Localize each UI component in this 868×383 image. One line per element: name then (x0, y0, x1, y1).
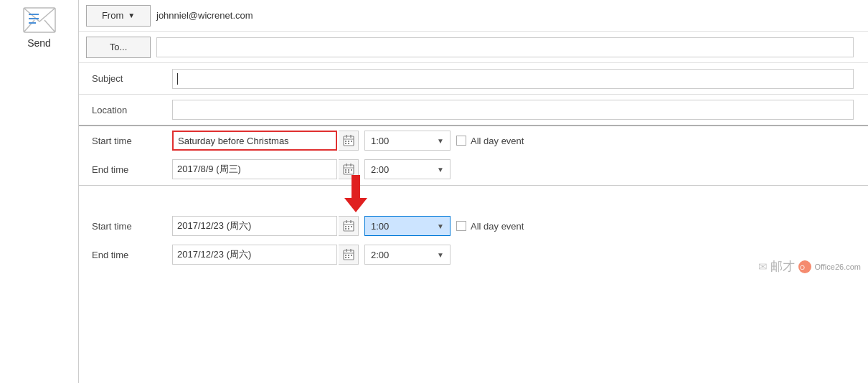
end-cal-icon-2[interactable] (339, 245, 359, 265)
all-day-checkbox-1[interactable] (456, 136, 466, 146)
send-panel: Send (0, 0, 79, 383)
start-cal-icon-1[interactable] (339, 131, 359, 151)
end-date-input-2[interactable]: 2017/12/23 (周六) (172, 245, 337, 265)
location-label: Location (86, 105, 172, 115)
svg-rect-12 (351, 141, 352, 142)
bottom-datetime-section: Start time 2017/12/23 (周六) (79, 186, 868, 269)
svg-rect-13 (345, 143, 346, 144)
start-date-value-2: 2017/12/23 (周六) (177, 219, 251, 232)
end-time-label-2: End time (86, 250, 172, 260)
arrow-head (344, 198, 367, 212)
end-time-value-1: 2:00 (371, 164, 389, 175)
all-day-container-1: All day event (456, 136, 524, 146)
svg-rect-19 (345, 169, 346, 171)
watermark-site: Office26.com (814, 263, 861, 271)
svg-rect-21 (351, 169, 352, 171)
svg-rect-31 (345, 228, 346, 230)
start-time-select-1[interactable]: 1:00 ▼ (364, 131, 450, 151)
end-date-value-2: 2017/12/23 (周六) (177, 248, 251, 261)
svg-rect-10 (345, 141, 346, 142)
start-date-input-2[interactable]: 2017/12/23 (周六) (172, 216, 337, 236)
subject-row: Subject (79, 63, 868, 95)
svg-rect-28 (345, 226, 346, 227)
svg-rect-40 (345, 257, 346, 258)
svg-rect-20 (348, 169, 349, 171)
down-arrow (344, 175, 367, 212)
location-row: Location (79, 95, 868, 126)
watermark-logo-group: O Office26.com (798, 260, 861, 274)
end-time-row-1: End time 2017/8/9 (周三) (79, 155, 868, 184)
arrow-shaft (352, 175, 360, 198)
location-input[interactable] (172, 100, 854, 120)
start-time-caret-1: ▼ (437, 137, 444, 145)
end-date-input-1[interactable]: 2017/8/9 (周三) (172, 159, 337, 179)
svg-rect-38 (348, 255, 349, 256)
end-time-label-1: End time (86, 164, 172, 175)
to-button[interactable]: To... (86, 37, 151, 58)
svg-rect-41 (348, 257, 349, 258)
end-time-value-2: 2:00 (371, 250, 389, 260)
start-time-value-2: 1:00 (371, 221, 389, 232)
svg-rect-32 (348, 228, 349, 230)
watermark-logo-row: O Office26.com (798, 260, 861, 274)
subject-cursor (177, 73, 178, 85)
svg-rect-22 (345, 171, 346, 173)
svg-rect-23 (348, 171, 349, 173)
start-time-label-1: Start time (86, 136, 172, 146)
from-dropdown-arrow: ▼ (128, 11, 135, 19)
start-date-value-1: Saturday before Christmas (178, 136, 289, 146)
to-row: To... (79, 32, 868, 63)
from-email: johnniel@wicrenet.com (156, 10, 253, 21)
office-logo-icon: O (798, 260, 812, 274)
svg-rect-37 (345, 255, 346, 256)
svg-text:O: O (800, 264, 805, 271)
watermark-text: 邮才 (770, 258, 795, 275)
end-date-value-1: 2017/8/9 (周三) (177, 163, 241, 176)
start-time-value-1: 1:00 (371, 136, 389, 146)
end-time-row-2: End time 2017/12/23 (周六) (79, 240, 868, 269)
start-date-input-1[interactable]: Saturday before Christmas (172, 131, 337, 151)
subject-label: Subject (86, 73, 172, 84)
start-time-label-2: Start time (86, 221, 172, 232)
all-day-text-1: All day event (471, 136, 524, 146)
to-input[interactable] (156, 37, 854, 57)
from-row: From ▼ johnniel@wicrenet.com (79, 0, 868, 32)
to-label: To... (110, 42, 128, 52)
start-time-row-1: Start time Saturday before Christmas (79, 126, 868, 155)
all-day-container-2: All day event (456, 221, 524, 232)
all-day-checkbox-2[interactable] (456, 221, 466, 231)
start-time-row-2: Start time 2017/12/23 (周六) (79, 212, 868, 240)
from-label: From (102, 10, 123, 21)
send-icon (21, 6, 58, 34)
top-datetime-section: Start time Saturday before Christmas (79, 126, 868, 184)
watermark: ✉ 邮才 O Office26.com (758, 258, 861, 275)
svg-rect-30 (351, 226, 352, 227)
from-button[interactable]: From ▼ (86, 5, 151, 27)
svg-rect-11 (348, 141, 349, 142)
svg-rect-14 (348, 143, 349, 144)
end-time-caret-1: ▼ (437, 166, 444, 174)
form-panel: From ▼ johnniel@wicrenet.com To... Subje… (79, 0, 868, 383)
start-cal-icon-2[interactable] (339, 216, 359, 236)
end-time-select-1[interactable]: 2:00 ▼ (364, 159, 450, 179)
divider-section (79, 185, 868, 186)
all-day-text-2: All day event (471, 221, 524, 232)
end-time-caret-2: ▼ (437, 251, 444, 259)
svg-rect-29 (348, 226, 349, 227)
end-time-select-2[interactable]: 2:00 ▼ (364, 245, 450, 265)
start-time-caret-2: ▼ (437, 222, 444, 230)
watermark-icon: ✉ (758, 260, 768, 273)
svg-rect-39 (351, 255, 352, 256)
send-button[interactable]: Send (27, 37, 51, 49)
start-time-select-2[interactable]: 1:00 ▼ (364, 216, 450, 236)
